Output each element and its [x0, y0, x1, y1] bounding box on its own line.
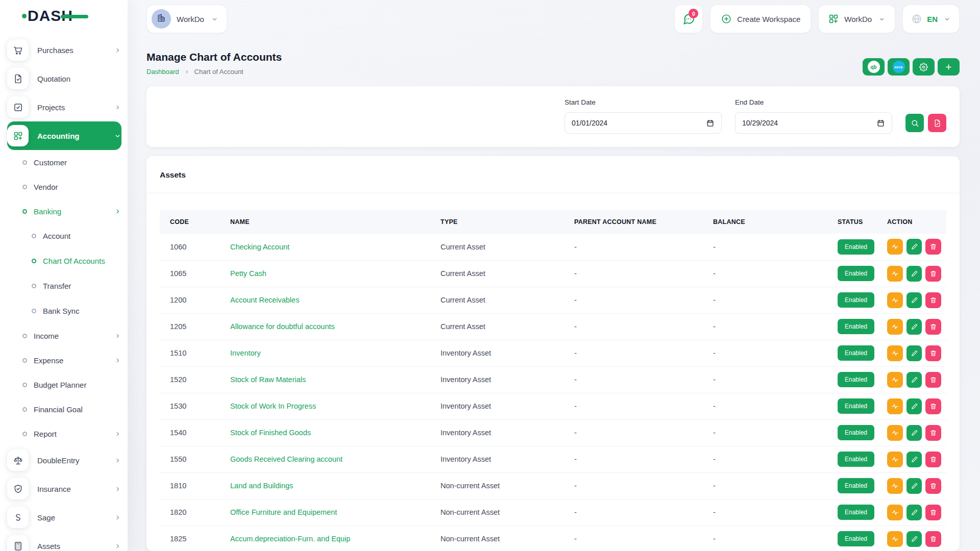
sidebar-item-quotation[interactable]: Quotation: [7, 64, 121, 93]
status-badge[interactable]: Enabled: [838, 452, 874, 467]
cell-name: Office Furniture and Equipement: [220, 499, 430, 525]
edit-button[interactable]: [906, 505, 922, 520]
sidebar-item-report[interactable]: Report: [7, 421, 121, 446]
brand-logo[interactable]: DASH: [0, 0, 128, 32]
sidebar-item-sage[interactable]: Sage: [7, 503, 121, 532]
transactions-button[interactable]: [887, 478, 903, 494]
transactions-button[interactable]: [887, 319, 903, 335]
delete-button[interactable]: [925, 478, 941, 494]
quickbooks-button[interactable]: qb: [863, 58, 885, 76]
start-date-input[interactable]: [572, 119, 706, 127]
create-workspace-button[interactable]: Create Workspace: [710, 5, 811, 33]
edit-button[interactable]: [906, 531, 922, 547]
messages-button[interactable]: 0: [674, 5, 703, 33]
account-link[interactable]: Land and Buildings: [230, 482, 293, 490]
delete-button[interactable]: [925, 319, 941, 335]
sidebar-item-financial-goal[interactable]: Financial Goal: [7, 397, 121, 421]
status-badge[interactable]: Enabled: [838, 239, 874, 255]
sidebar-item-account[interactable]: Account: [7, 223, 121, 248]
sidebar-item-assets[interactable]: Assets: [7, 532, 121, 551]
edit-button[interactable]: [906, 452, 922, 467]
edit-button[interactable]: [906, 319, 922, 335]
edit-button[interactable]: [906, 345, 922, 361]
delete-button[interactable]: [925, 505, 941, 520]
edit-button[interactable]: [906, 398, 922, 414]
sidebar-item-banking[interactable]: Banking: [7, 199, 121, 223]
account-link[interactable]: Checking Account: [230, 243, 289, 251]
status-badge[interactable]: Enabled: [838, 478, 874, 493]
end-date-input[interactable]: [742, 119, 876, 127]
transactions-button[interactable]: [887, 398, 903, 414]
transactions-button[interactable]: [887, 452, 903, 467]
account-link[interactable]: Office Furniture and Equipement: [230, 508, 337, 516]
account-link[interactable]: Allowance for doubtful accounts: [230, 322, 335, 331]
sidebar-item-insurance[interactable]: Insurance: [7, 474, 121, 503]
status-badge[interactable]: Enabled: [838, 372, 874, 387]
reset-filter-button[interactable]: [928, 114, 946, 132]
delete-button[interactable]: [925, 266, 941, 282]
edit-button[interactable]: [906, 478, 922, 494]
transactions-button[interactable]: [887, 292, 903, 308]
settings-button[interactable]: [913, 58, 935, 76]
status-badge[interactable]: Enabled: [838, 505, 874, 520]
account-link[interactable]: Stock of Work In Progress: [230, 402, 316, 410]
sidebar-item-projects[interactable]: Projects: [7, 93, 121, 121]
sidebar-item-budget-planner[interactable]: Budget Planner: [7, 372, 121, 397]
app-menu-dropdown[interactable]: WorkDo: [818, 5, 895, 33]
transactions-button[interactable]: [887, 266, 903, 282]
apply-filter-button[interactable]: [905, 114, 924, 132]
status-badge[interactable]: Enabled: [838, 319, 874, 334]
sidebar-item-accounting[interactable]: Accounting: [7, 121, 121, 150]
account-link[interactable]: Account Receivables: [230, 296, 299, 304]
status-badge[interactable]: Enabled: [838, 266, 874, 281]
sidebar-item-bank-sync[interactable]: Bank Sync: [7, 298, 121, 323]
sidebar-item-expense[interactable]: Expense: [7, 348, 121, 372]
sidebar-item-income[interactable]: Income: [7, 323, 121, 348]
sidebar-item-transfer[interactable]: Transfer: [7, 273, 121, 298]
breadcrumb-dashboard-link[interactable]: Dashboard: [146, 68, 179, 76]
transactions-button[interactable]: [887, 531, 903, 547]
edit-button[interactable]: [906, 425, 922, 441]
transactions-button[interactable]: [887, 345, 903, 361]
sidebar-item-purchases[interactable]: Purchases: [7, 36, 121, 64]
account-link[interactable]: Stock of Raw Materials: [230, 375, 306, 384]
delete-button[interactable]: [925, 425, 941, 441]
edit-button[interactable]: [906, 239, 922, 255]
delete-button[interactable]: [925, 239, 941, 255]
edit-button[interactable]: [906, 292, 922, 308]
language-dropdown[interactable]: EN: [902, 5, 960, 33]
calendar-icon[interactable]: [706, 119, 715, 128]
status-badge[interactable]: Enabled: [838, 398, 874, 414]
sidebar-item-doubleentry[interactable]: DoubleEntry: [7, 446, 121, 474]
xero-button[interactable]: xero: [888, 58, 910, 76]
workspace-selector[interactable]: WorkDo: [146, 5, 227, 33]
calendar-icon[interactable]: [876, 119, 885, 128]
status-badge[interactable]: Enabled: [838, 531, 874, 546]
status-badge[interactable]: Enabled: [838, 292, 874, 308]
status-badge[interactable]: Enabled: [838, 345, 874, 361]
edit-button[interactable]: [906, 372, 922, 388]
status-badge[interactable]: Enabled: [838, 425, 874, 440]
account-link[interactable]: Petty Cash: [230, 269, 266, 278]
transactions-button[interactable]: [887, 425, 903, 441]
edit-button[interactable]: [906, 266, 922, 282]
transactions-button[interactable]: [887, 372, 903, 388]
account-link[interactable]: Stock of Finished Goods: [230, 429, 311, 437]
sidebar-item-vendor[interactable]: Vendor: [7, 174, 121, 199]
trash-icon: [929, 429, 937, 437]
transactions-button[interactable]: [887, 239, 903, 255]
cell-balance: -: [703, 472, 827, 499]
account-link[interactable]: Inventory: [230, 349, 261, 357]
create-account-button[interactable]: [938, 58, 960, 76]
sidebar-item-customer[interactable]: Customer: [7, 150, 121, 174]
delete-button[interactable]: [925, 531, 941, 547]
account-link[interactable]: Goods Received Clearing account: [230, 455, 342, 463]
delete-button[interactable]: [925, 398, 941, 414]
account-link[interactable]: Accum.depreciation-Furn. and Equip: [230, 535, 350, 543]
sidebar-item-chart-of-accounts[interactable]: Chart Of Accounts: [7, 248, 121, 273]
delete-button[interactable]: [925, 372, 941, 388]
transactions-button[interactable]: [887, 505, 903, 520]
delete-button[interactable]: [925, 452, 941, 467]
delete-button[interactable]: [925, 345, 941, 361]
delete-button[interactable]: [925, 292, 941, 308]
